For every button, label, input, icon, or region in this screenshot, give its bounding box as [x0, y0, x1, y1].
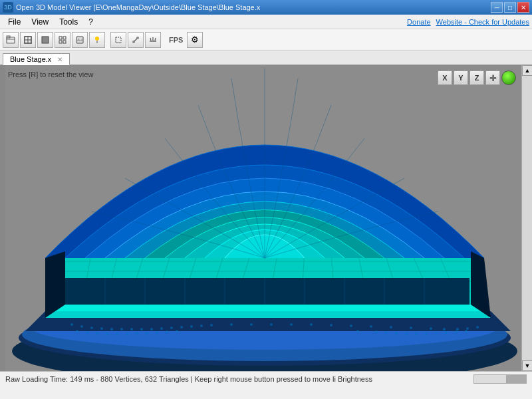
svg-point-77: [330, 324, 332, 327]
toolbar-grid[interactable]: [55, 32, 70, 48]
svg-line-18: [134, 39, 137, 41]
svg-rect-15: [116, 37, 121, 43]
svg-point-100: [385, 331, 388, 334]
svg-point-82: [430, 327, 432, 330]
svg-point-65: [150, 328, 153, 331]
scroll-down[interactable]: ▼: [522, 360, 532, 371]
svg-point-71: [210, 324, 213, 327]
menu-bar: File View Tools ? Donate Website - Check…: [0, 15, 532, 29]
tab-bar: Blue Stage.x ✕: [0, 51, 532, 65]
fps-label: FPS: [166, 36, 186, 44]
svg-point-101: [395, 332, 398, 334]
website-link[interactable]: Website - Check for Updates: [436, 18, 529, 26]
svg-point-78: [350, 325, 352, 327]
y-axis-button[interactable]: Y: [454, 70, 468, 85]
svg-point-86: [476, 326, 479, 329]
view-controls: X Y Z ✛: [438, 70, 516, 85]
svg-point-94: [146, 332, 148, 334]
svg-rect-9: [59, 41, 62, 43]
svg-point-62: [120, 328, 123, 331]
svg-line-20: [150, 38, 151, 41]
maximize-button[interactable]: □: [504, 2, 516, 13]
reset-hint: Press [R] to reset the view: [8, 70, 93, 78]
svg-point-106: [445, 331, 448, 334]
svg-rect-1: [7, 36, 10, 38]
svg-point-89: [96, 332, 98, 334]
svg-point-99: [375, 331, 378, 333]
status-scrollbar-thumb: [506, 375, 526, 383]
svg-point-72: [230, 323, 233, 326]
svg-point-81: [410, 327, 412, 329]
svg-point-58: [80, 325, 83, 328]
z-axis-button[interactable]: Z: [469, 70, 484, 85]
render-mode-button[interactable]: [501, 70, 516, 85]
toolbar-normals[interactable]: [145, 32, 161, 48]
pan-button[interactable]: ✛: [485, 70, 500, 85]
svg-point-13: [95, 37, 99, 41]
svg-point-64: [140, 328, 143, 331]
svg-point-59: [90, 327, 93, 329]
svg-point-66: [160, 327, 163, 330]
tab-label: Blue Stage.x: [10, 55, 51, 63]
toolbar-wireframe[interactable]: [20, 32, 36, 48]
menu-view[interactable]: View: [26, 16, 54, 28]
toolbar-solid[interactable]: [37, 32, 53, 48]
svg-point-105: [435, 332, 438, 334]
toolbar-open[interactable]: [3, 32, 19, 48]
svg-point-60: [100, 327, 103, 330]
svg-point-85: [466, 327, 469, 330]
menu-file[interactable]: File: [3, 16, 26, 28]
toolbar-light[interactable]: [89, 32, 105, 48]
svg-rect-14: [96, 41, 98, 43]
svg-point-88: [86, 331, 88, 334]
svg-point-68: [180, 326, 183, 329]
svg-point-91: [116, 332, 118, 335]
title-bar: 3D Open 3D Model Viewer [E\OneMangaDay\O…: [0, 0, 532, 15]
svg-rect-47: [65, 278, 469, 305]
menu-help[interactable]: ?: [83, 16, 98, 28]
svg-point-87: [76, 330, 78, 332]
svg-point-97: [176, 330, 178, 332]
toolbar-texture[interactable]: [72, 32, 88, 48]
svg-rect-19: [150, 41, 156, 42]
svg-point-90: [106, 332, 108, 335]
viewport[interactable]: Press [R] to reset the view X Y Z ✛ ▲ ▼: [0, 65, 532, 371]
close-button[interactable]: ✕: [517, 2, 529, 13]
viewport-scrollbar[interactable]: ▲ ▼: [521, 65, 532, 371]
donate-link[interactable]: Donate: [407, 18, 430, 26]
svg-line-22: [155, 38, 156, 41]
svg-rect-10: [63, 41, 66, 43]
svg-point-107: [455, 331, 458, 333]
svg-point-76: [310, 323, 313, 326]
status-bar: Raw Loading Time: 149 ms - 880 Vertices,…: [0, 371, 532, 386]
svg-point-95: [156, 331, 158, 334]
svg-point-98: [356, 330, 359, 332]
toolbar-bbox[interactable]: [110, 32, 126, 48]
svg-point-63: [130, 328, 133, 331]
minimize-button[interactable]: ─: [491, 2, 503, 13]
settings-button[interactable]: ⚙: [187, 32, 203, 48]
toolbar-joints[interactable]: [128, 32, 144, 48]
window-controls: ─ □ ✕: [491, 2, 529, 13]
svg-point-57: [70, 323, 73, 326]
svg-point-69: [190, 325, 193, 328]
svg-rect-8: [63, 37, 66, 39]
svg-point-67: [170, 327, 173, 329]
toolbar: FPS ⚙: [0, 29, 532, 51]
app-icon: 3D: [3, 2, 13, 13]
tab-close-icon[interactable]: ✕: [57, 56, 63, 63]
window-title: Open 3D Model Viewer [E\OneMangaDay\Outs…: [16, 3, 491, 11]
x-axis-button[interactable]: X: [438, 70, 452, 85]
svg-point-80: [390, 326, 392, 329]
svg-rect-7: [59, 37, 62, 39]
tab-model[interactable]: Blue Stage.x ✕: [3, 53, 70, 65]
svg-point-70: [200, 325, 203, 327]
svg-point-74: [270, 323, 273, 326]
status-scrollbar[interactable]: [473, 374, 527, 384]
scroll-up[interactable]: ▲: [522, 65, 532, 76]
menu-links: Donate Website - Check for Updates: [407, 18, 529, 26]
menu-tools[interactable]: Tools: [54, 16, 83, 28]
svg-point-102: [405, 332, 408, 335]
svg-point-93: [136, 332, 138, 334]
svg-point-83: [443, 328, 446, 331]
